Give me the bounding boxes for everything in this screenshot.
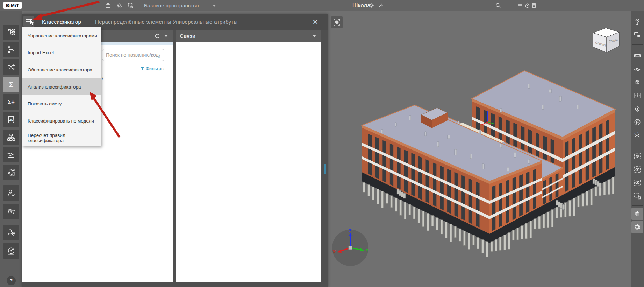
2d-doc-icon: 2D: [7, 115, 16, 124]
sidebar-item-mapping[interactable]: [3, 59, 19, 75]
sidebar-item-2d[interactable]: 2D: [3, 112, 19, 127]
search-icon[interactable]: [495, 2, 501, 9]
toolbar-clear-selection-button[interactable]: [631, 190, 643, 202]
sidebar-item-estimates[interactable]: Σ: [3, 77, 19, 92]
toolbar-flag-button[interactable]: [631, 116, 643, 128]
gizmo-x-label: X: [333, 250, 336, 254]
model-tree-icon: [7, 28, 16, 37]
workspace-selector[interactable]: Базовое пространство: [144, 0, 199, 11]
sidebar-item-relations[interactable]: [3, 42, 19, 57]
sidebar-item-user-location[interactable]: [3, 225, 19, 240]
topbar-divider: [139, 1, 139, 10]
hamburger-icon: [23, 16, 34, 27]
branch-icon: [7, 45, 16, 54]
app-logo[interactable]: BiMiT: [3, 2, 22, 9]
locate-icon: [634, 105, 641, 113]
history-icon[interactable]: [524, 2, 530, 9]
view-cube[interactable]: Справа Сзади: [589, 26, 622, 57]
briefcase-icon[interactable]: [105, 2, 111, 9]
filters-link[interactable]: Фильтры: [122, 66, 164, 71]
sidebar-item-user-tasks[interactable]: [3, 185, 19, 201]
sidebar-item-model-tree[interactable]: [3, 24, 19, 40]
menu-item-show-estimate[interactable]: Показать смету: [22, 95, 101, 112]
menu-item-recalc-rules[interactable]: Пересчет правил классификатора: [22, 129, 101, 146]
links-panel-body[interactable]: [176, 42, 321, 282]
sidebar-item-charts[interactable]: [3, 147, 19, 162]
puzzle-icon: [7, 168, 16, 177]
menu-item-classify-by-model[interactable]: Классифицировать по модели: [22, 112, 101, 130]
left-sidebar: Σ Σ+ 2D: [0, 11, 22, 287]
clear-selection-icon: [634, 192, 641, 200]
select-similar-icon: [634, 31, 641, 39]
menu-item-update-classifier[interactable]: Обновление классификатора: [22, 61, 101, 78]
toolbar-tree-button[interactable]: [631, 16, 643, 28]
search-input[interactable]: [102, 49, 164, 61]
share-icon[interactable]: [378, 2, 384, 9]
right-toolbar: 12: [631, 11, 644, 287]
classifier-header-caret-icon[interactable]: [164, 35, 168, 37]
shield-clock-icon[interactable]: [127, 2, 134, 9]
account-icon[interactable]: [531, 2, 537, 9]
floor-plan-icon: [634, 92, 641, 99]
folder-export-icon: [7, 207, 16, 216]
section-plane-icon: [634, 65, 641, 73]
fit-view-button[interactable]: [331, 16, 343, 28]
help-button[interactable]: ?: [7, 276, 16, 285]
svg-text:1: 1: [634, 132, 635, 134]
eye-icon: [634, 166, 641, 173]
toolbar-shaded-view-button[interactable]: [631, 208, 643, 220]
sigma-plus-icon: Σ+: [8, 99, 15, 106]
menu-item-import-excel[interactable]: Import Excel: [22, 44, 101, 62]
ruler-icon: [634, 52, 641, 59]
toolbar-locate-button[interactable]: [631, 103, 643, 115]
toolbar-separator: [632, 205, 643, 206]
orientation-gizmo[interactable]: Z X Y: [331, 228, 370, 267]
filter-funnel-icon: [140, 66, 144, 71]
gizmo-z-label: Z: [349, 229, 351, 233]
toolbar-separator: [632, 145, 643, 145]
flag-circle-icon: [634, 118, 641, 126]
classifier-dropdown-menu: Управление классификаторами Import Excel…: [22, 27, 101, 146]
menu-item-manage-classifiers[interactable]: Управление классификаторами: [22, 27, 101, 44]
menu-item-analyze-classifier[interactable]: Анализ классификатора: [22, 78, 101, 96]
person-check-icon: [7, 188, 16, 197]
isolate-box-icon: [634, 152, 641, 160]
sidebar-item-structure[interactable]: [3, 130, 19, 145]
toolbar-isolate-button[interactable]: [631, 150, 643, 162]
person-pin-icon: [7, 228, 16, 237]
svg-text:2D: 2D: [9, 118, 14, 121]
orbit-icon: [634, 223, 641, 231]
workspace-caret-icon[interactable]: [213, 5, 216, 7]
close-icon[interactable]: ✕: [311, 18, 320, 26]
toolbar-orbit-button[interactable]: [631, 221, 643, 233]
classifier-menu-button[interactable]: [23, 16, 34, 27]
grids-axes-icon: 12: [634, 132, 641, 139]
toolbar-floor-plan-button[interactable]: [631, 90, 643, 102]
sidebar-item-plugins[interactable]: [3, 164, 19, 180]
panel-resize-handle[interactable]: [324, 164, 326, 174]
trend-lines-icon: [7, 150, 16, 159]
toolbar-hide-button[interactable]: [631, 177, 643, 189]
list-icon[interactable]: [517, 2, 523, 9]
section-box-icon: [634, 78, 641, 86]
tab-universal-attributes[interactable]: Универсальные атрибуты: [166, 14, 244, 30]
org-chart-icon: [7, 133, 16, 142]
sidebar-item-dashboard[interactable]: [3, 243, 19, 259]
svg-text:2: 2: [637, 132, 638, 134]
shuffle-icon: [7, 63, 16, 72]
toolbar-section-box-button[interactable]: [631, 76, 643, 88]
toolbar-grids-button[interactable]: 12: [631, 130, 643, 141]
links-header-caret-icon[interactable]: [313, 35, 316, 37]
sidebar-item-estimates-add[interactable]: Σ+: [3, 94, 19, 110]
tab-unallocated-elements[interactable]: Нераспределённые элементы: [89, 14, 178, 30]
settings-gear-icon[interactable]: [368, 2, 375, 9]
toolbar-select-similar-button[interactable]: [631, 29, 643, 41]
toolbar-measure-button[interactable]: [631, 50, 643, 62]
3d-model-building[interactable]: [332, 63, 633, 266]
team-icon[interactable]: [116, 2, 122, 9]
sidebar-item-export[interactable]: [3, 204, 19, 219]
refresh-icon[interactable]: [154, 33, 161, 40]
toolbar-section-plane-button[interactable]: [631, 63, 643, 75]
toolbar-show-hidden-button[interactable]: [631, 163, 643, 175]
toolbar-separator: [632, 44, 643, 45]
